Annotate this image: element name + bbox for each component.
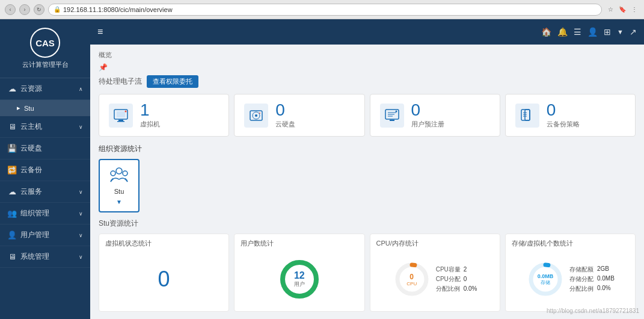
sidebar-item-disk[interactable]: 💾 云硬盘 (0, 138, 90, 160)
backup-policy-stat-num: 0 (547, 102, 580, 119)
sidebar-item-user-mgmt[interactable]: 👤 用户管理 ∨ (0, 225, 90, 246)
svg-rect-15 (521, 110, 530, 120)
sidebar-item-backup[interactable]: 🔁 云备份 (0, 160, 90, 181)
sidebar-item-label: 云备份 (20, 165, 42, 175)
url-bar[interactable]: 🔒 192.168.11.1:8080/cic/main/overview (48, 4, 602, 16)
sidebar-item-label: 云硬盘 (20, 143, 42, 153)
svg-point-4 (125, 110, 127, 112)
sidebar-item-label: 系统管理 (20, 252, 49, 262)
storage-stat-row-quota: 存储配额 2GB (569, 265, 615, 274)
user-donut-center: 12 用户 (294, 270, 305, 288)
stats-cards-row: 1 虚拟机 0 (99, 94, 636, 137)
user-reg-stat-info: 0 用户预注册 (411, 102, 444, 129)
cpu-capacity-val: 2 (464, 266, 467, 273)
cpu-donut-num: 0 (406, 272, 417, 280)
vm-status-title: 虚拟机状态统计 (105, 239, 222, 248)
topbar: ≡ 🏠 🔔 ☰ 👤 ⊞ ▼ ↗ (90, 19, 644, 45)
cpu-stat-row-capacity: CPU容量 2 (436, 265, 477, 274)
storage-donut-center: 0.0MB 存储 (538, 273, 554, 285)
star-icon[interactable]: ☆ (606, 5, 615, 14)
pending-bar: 待处理电子流 查看权限委托 (99, 75, 636, 88)
sidebar-item-vm[interactable]: 🖥 云主机 ∨ (0, 116, 90, 138)
cpu-stat-row-ratio: 分配比例 0.0% (436, 285, 477, 293)
svg-rect-13 (390, 120, 394, 121)
cloud-resources-icon: ☁ (7, 84, 17, 93)
storage-donut-label: 存储 (538, 279, 554, 285)
hamburger-icon[interactable]: ≡ (97, 26, 103, 37)
storage-quota-val: 2GB (597, 265, 609, 274)
list-icon[interactable]: ☰ (574, 27, 581, 37)
topbar-left: ≡ (97, 26, 103, 37)
sidebar-item-org-mgmt[interactable]: 👥 组织管理 ∨ (0, 203, 90, 225)
breadcrumb: 概览 (99, 51, 636, 60)
user-donut-num: 12 (294, 270, 305, 280)
user-reg-stat-num: 0 (411, 102, 444, 119)
svg-point-8 (259, 113, 260, 114)
sidebar-item-label: 云资源 (20, 84, 42, 94)
sidebar-item-cloud-service[interactable]: ☁ 云服务 ∨ (0, 181, 90, 203)
stu-resource-section: Stu资源统计 虚拟机状态统计 0 用户数统计 (99, 218, 636, 312)
vm-stat-num: 1 (140, 102, 160, 119)
refresh-button[interactable]: ↻ (34, 4, 44, 15)
sidebar-item-stu[interactable]: ▸ Stu (0, 100, 90, 116)
logout-icon[interactable]: ↗ (630, 27, 637, 37)
pending-button[interactable]: 查看权限委托 (147, 75, 198, 88)
storage-donut: 0.0MB 存储 (526, 260, 565, 299)
user-reg-stat-icon (380, 104, 404, 128)
sidebar-item-label: 云主机 (20, 122, 42, 132)
expand-arrow: ∨ (79, 254, 83, 260)
home-icon[interactable]: 🏠 (541, 27, 551, 37)
svg-rect-3 (117, 121, 124, 122)
backup-policy-stat-label: 云备份策略 (547, 120, 580, 129)
stat-card-backup-policy[interactable]: 0 云备份策略 (505, 94, 636, 137)
backup-policy-stat-info: 0 云备份策略 (547, 102, 580, 129)
expand-arrow: ∨ (79, 124, 83, 130)
storage-stats-title: 存储/虚拟机个数统计 (512, 239, 629, 248)
stat-card-disk[interactable]: 0 云硬盘 (234, 94, 364, 137)
arrow-icon[interactable]: ▼ (617, 28, 624, 36)
svg-point-14 (395, 110, 397, 112)
storage-quota-key: 存储配额 (569, 265, 595, 274)
bell-icon[interactable]: 🔔 (557, 27, 568, 37)
stu-section-title: Stu资源统计 (99, 218, 636, 229)
grid-icon[interactable]: ⊞ (604, 27, 611, 37)
menu-icon[interactable]: ⋮ (630, 5, 639, 14)
pin-icon[interactable]: 📌 (99, 63, 108, 72)
vm-stat-label: 虚拟机 (140, 120, 160, 129)
cpu-donut-label: CPU (406, 280, 417, 286)
expand-arrow: ∨ (79, 232, 83, 238)
disk-stat-label: 云硬盘 (275, 120, 295, 129)
org-section-title: 组织资源统计 (99, 144, 636, 154)
user-stats-card: 用户数统计 12 用户 (234, 234, 364, 312)
cpu-stats-list: CPU容量 2 CPU分配 0 分配比例 0.0% (436, 265, 477, 293)
content-area: 概览 📌 待处理电子流 查看权限委托 (90, 45, 644, 319)
expand-arrow: ∨ (79, 211, 83, 217)
storage-ratio-val: 0.0% (597, 285, 611, 293)
stat-card-vm[interactable]: 1 虚拟机 (99, 94, 229, 137)
stat-card-user-reg[interactable]: 0 用户预注册 (370, 94, 500, 137)
sidebar-item-label: 用户管理 (20, 230, 49, 240)
org-section: 组织资源统计 Stu ▼ (99, 144, 636, 212)
pending-label: 待处理电子流 (99, 76, 142, 87)
forward-button[interactable]: › (19, 4, 30, 15)
sidebar-item-label: 组织管理 (20, 208, 49, 218)
cpu-stats-title: CPU/内存统计 (376, 239, 494, 248)
svg-rect-16 (525, 110, 530, 120)
org-card-stu[interactable]: Stu ▼ (99, 159, 140, 212)
storage-ratio-key: 分配比例 (569, 285, 595, 293)
vm-stat-icon (109, 104, 133, 128)
expand-arrow: ∨ (79, 189, 83, 195)
svg-point-21 (111, 171, 115, 176)
backup-icon: 🔁 (7, 166, 17, 175)
back-button[interactable]: ‹ (5, 4, 16, 15)
bookmark-icon[interactable]: 🔖 (618, 5, 627, 14)
sidebar-item-system-mgmt[interactable]: 🖥 系统管理 ∨ (0, 246, 90, 268)
cpu-donut-center: 0 CPU (406, 272, 417, 286)
content-wrapper: ≡ 🏠 🔔 ☰ 👤 ⊞ ▼ ↗ 概览 📌 待处理电子流 (90, 19, 644, 319)
vm-count: 0 (158, 267, 170, 292)
sidebar-item-cloud-resources[interactable]: ☁ 云资源 ∧ (0, 78, 90, 100)
user-icon[interactable]: 👤 (587, 27, 598, 37)
cpu-stats-body: 0 CPU CPU容量 2 CPU分配 (376, 252, 494, 306)
cpu-stat-row-alloc: CPU分配 0 (436, 275, 477, 283)
cpu-ratio-key: 分配比例 (436, 285, 461, 293)
